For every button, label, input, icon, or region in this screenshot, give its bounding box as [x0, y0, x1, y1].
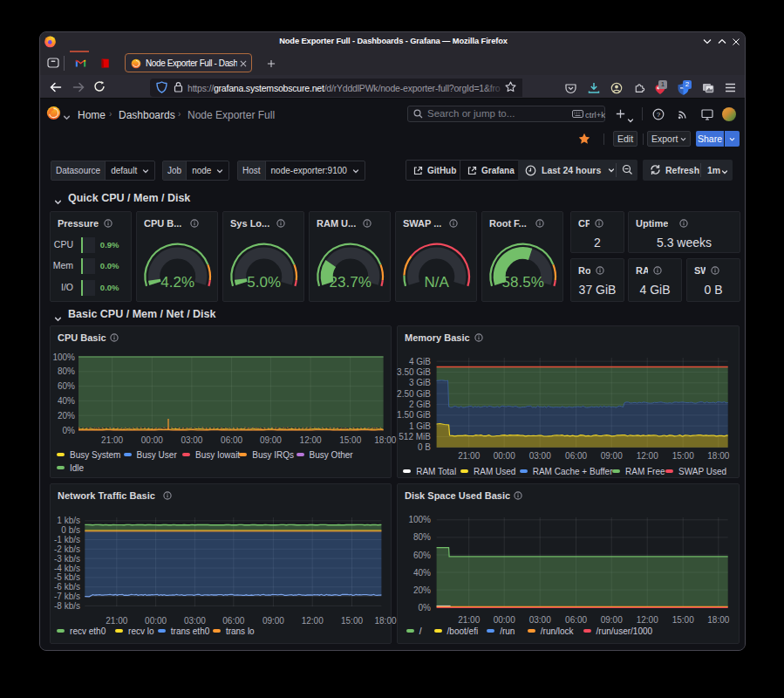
- svg-text:5.0%: 5.0%: [247, 274, 281, 291]
- svg-text:?: ?: [657, 111, 661, 119]
- svg-text:4.2%: 4.2%: [160, 274, 194, 291]
- svg-text:58.5%: 58.5%: [502, 274, 544, 291]
- svg-text:N/A: N/A: [425, 274, 450, 291]
- svg-text:23.7%: 23.7%: [330, 274, 372, 291]
